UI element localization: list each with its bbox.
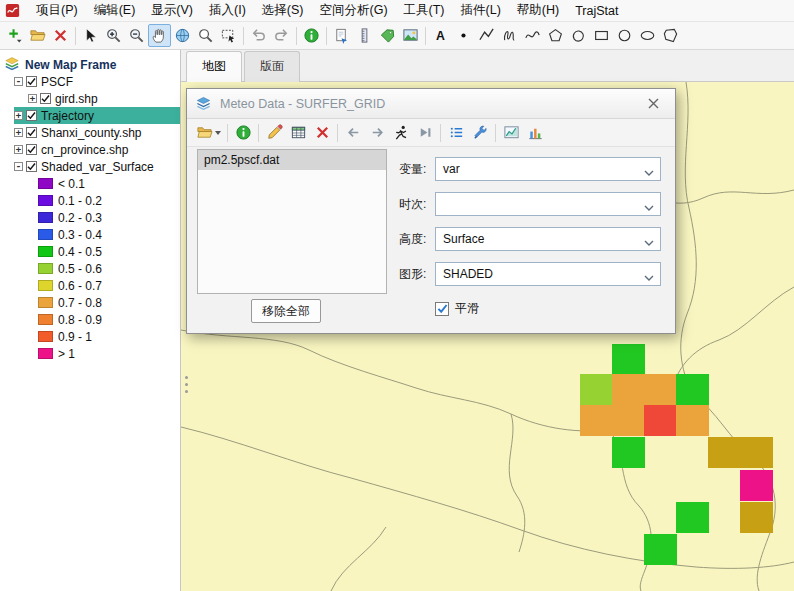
redo-button[interactable] xyxy=(270,24,293,47)
tree-expander-icon[interactable]: + xyxy=(28,94,37,103)
legend-label: 0.7 - 0.8 xyxy=(58,296,102,310)
animate-button[interactable] xyxy=(389,121,413,144)
data-list-button[interactable] xyxy=(444,121,468,144)
remove-data-button[interactable] xyxy=(310,121,334,144)
menu-item-help[interactable]: 帮助(H) xyxy=(509,0,567,22)
panel-splitter-grip[interactable] xyxy=(182,360,190,408)
legend-item: > 1 xyxy=(38,345,180,362)
draw-polygon-button[interactable] xyxy=(544,24,567,47)
field-select-graph-type[interactable]: SHADED xyxy=(435,262,661,286)
red-x-icon xyxy=(52,27,69,44)
layer-visibility-checkbox[interactable] xyxy=(26,127,37,138)
insert-image-button[interactable] xyxy=(399,24,422,47)
draw-text-button[interactable]: A xyxy=(429,24,452,47)
map-frame-icon xyxy=(4,56,21,73)
data-info-button[interactable] xyxy=(231,121,255,144)
draw-curve-button[interactable] xyxy=(521,24,544,47)
zoom-in-button[interactable] xyxy=(102,24,125,47)
menu-item-plugins[interactable]: 插件(L) xyxy=(453,0,509,22)
remove-all-button[interactable]: 移除全部 xyxy=(251,299,321,323)
grid-cell xyxy=(612,374,645,405)
new-layout-button[interactable] xyxy=(330,24,353,47)
grid-cell xyxy=(676,405,709,436)
file-list-item[interactable]: pm2.5pscf.dat xyxy=(198,150,386,170)
open-project-button[interactable] xyxy=(26,24,49,47)
tree-expander-icon[interactable]: + xyxy=(14,145,23,154)
menu-item-view[interactable]: 显示(V) xyxy=(143,0,201,22)
draw-ellipse-button[interactable] xyxy=(636,24,659,47)
menu-item-tools[interactable]: 工具(T) xyxy=(396,0,453,22)
draw-rectangle-button[interactable] xyxy=(590,24,613,47)
pan-button[interactable] xyxy=(148,24,171,47)
smooth-option[interactable]: 平滑 xyxy=(435,300,479,317)
arrow-left-icon xyxy=(345,124,362,141)
layer-item-shanxi-county-shp[interactable]: +Shanxi_county.shp xyxy=(14,124,180,141)
menu-item-edit[interactable]: 编辑(E) xyxy=(86,0,144,22)
tab-map[interactable]: 地图 xyxy=(186,51,242,82)
tree-expander-icon[interactable]: + xyxy=(14,111,23,120)
layer-visibility-checkbox[interactable] xyxy=(40,93,51,104)
step-forward-button[interactable] xyxy=(413,121,437,144)
layer-item-gird-shp[interactable]: +gird.shp xyxy=(28,90,180,107)
layer-item-trajectory[interactable]: +Trajectory xyxy=(14,107,180,124)
layer-item-shaded-var-surface[interactable]: -Shaded_var_Surface xyxy=(14,158,180,175)
full-extent-button[interactable] xyxy=(171,24,194,47)
menu-item-trajstat[interactable]: TrajStat xyxy=(567,1,626,21)
select-element-button[interactable] xyxy=(79,24,102,47)
draw-curve-polygon-button[interactable] xyxy=(567,24,590,47)
draw-polyline-button[interactable] xyxy=(475,24,498,47)
magnifier-icon xyxy=(197,27,214,44)
legend-label: > 1 xyxy=(58,347,75,361)
field-value-graph-type: SHADED xyxy=(443,267,493,281)
settings-button[interactable] xyxy=(468,121,492,144)
draw-freeform-polygon-button[interactable] xyxy=(659,24,682,47)
open-data-button[interactable] xyxy=(192,121,224,144)
menu-item-spatial-analysis[interactable]: 空间分析(G) xyxy=(312,0,396,22)
measure-button[interactable] xyxy=(353,24,376,47)
draw-point-button[interactable] xyxy=(452,24,475,47)
menu-item-project[interactable]: 项目(P) xyxy=(28,0,86,22)
field-select-variable[interactable]: var xyxy=(435,157,661,181)
data-table-button[interactable] xyxy=(286,121,310,144)
legend-color-swatch xyxy=(38,280,53,291)
previous-time-button[interactable] xyxy=(341,121,365,144)
menu-item-insert[interactable]: 插入(I) xyxy=(201,0,254,22)
globe-icon xyxy=(174,27,191,44)
dialog-close-button[interactable] xyxy=(639,92,667,116)
attribute-info-button[interactable] xyxy=(300,24,323,47)
select-by-rectangle-button[interactable] xyxy=(217,24,240,47)
tree-expander-icon[interactable]: - xyxy=(14,162,23,171)
new-button[interactable] xyxy=(3,24,26,47)
field-select-time[interactable] xyxy=(435,192,661,216)
layer-visibility-checkbox[interactable] xyxy=(26,110,37,121)
tree-expander-icon[interactable]: - xyxy=(14,77,23,86)
field-select-level[interactable]: Surface xyxy=(435,227,661,251)
next-time-button[interactable] xyxy=(365,121,389,144)
dialog-titlebar[interactable]: Meteo Data - SURFER_GRID xyxy=(187,89,675,119)
layer-visibility-checkbox[interactable] xyxy=(26,161,37,172)
layer-item-pscf[interactable]: -PSCF xyxy=(14,73,180,90)
grid-cell xyxy=(612,437,645,468)
label-button[interactable] xyxy=(376,24,399,47)
field-value-level: Surface xyxy=(443,232,484,246)
smooth-checkbox[interactable] xyxy=(435,302,449,316)
plot-1d-button[interactable] xyxy=(523,121,547,144)
map-frame-root[interactable]: New Map Frame xyxy=(4,56,180,73)
delete-button[interactable] xyxy=(49,24,72,47)
layer-visibility-checkbox[interactable] xyxy=(26,144,37,155)
tree-expander-icon[interactable]: + xyxy=(14,128,23,137)
draw-circle-button[interactable] xyxy=(613,24,636,47)
layer-visibility-checkbox[interactable] xyxy=(26,76,37,87)
chevron-down-icon xyxy=(644,201,654,208)
dialog-title: Meteo Data - SURFER_GRID xyxy=(220,97,639,111)
draw-freehand-button[interactable] xyxy=(498,24,521,47)
menu-item-selection[interactable]: 选择(S) xyxy=(254,0,312,22)
section-plot-button[interactable] xyxy=(499,121,523,144)
identify-button[interactable] xyxy=(194,24,217,47)
undo-button[interactable] xyxy=(247,24,270,47)
data-file-list[interactable]: pm2.5pscf.dat xyxy=(197,149,387,294)
tab-layout[interactable]: 版面 xyxy=(244,51,300,82)
layer-item-cn-province-shp[interactable]: +cn_province.shp xyxy=(14,141,180,158)
zoom-out-button[interactable] xyxy=(125,24,148,47)
draw-data-button[interactable] xyxy=(262,121,286,144)
